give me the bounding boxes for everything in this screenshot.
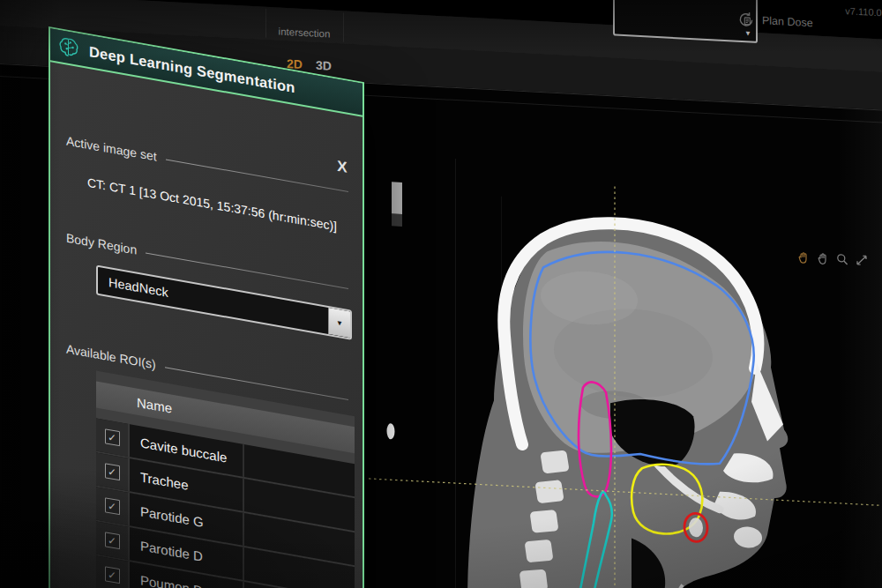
roi-checkbox[interactable]: ✓ (105, 463, 120, 480)
dropdown-arrow-icon: ▼ (336, 318, 343, 327)
deep-learning-segmentation-dialog: Deep Learning Segmentation X Active imag… (49, 26, 364, 588)
dialog-body: X Active image set CT: CT 1 [13 Oct 2015… (50, 62, 363, 588)
roi-name-column-header: Name (137, 394, 172, 415)
ct-marker-dot (387, 423, 395, 439)
roi-checkbox[interactable]: ✓ (105, 566, 120, 584)
zoom-magnifier-icon[interactable] (835, 252, 849, 267)
ct-sagittal-image (369, 154, 882, 588)
plan-dose-icon (737, 11, 755, 29)
dropdown-arrow-button[interactable]: ▼ (328, 308, 350, 338)
body-region-value: HeadNeck (108, 275, 168, 300)
toolbar-button-intersection[interactable]: intersection (266, 7, 342, 43)
tab-3d[interactable]: 3D (316, 58, 332, 73)
roi-checkbox[interactable]: ✓ (105, 497, 120, 515)
roi-checkbox-cell: ✓ (96, 522, 130, 561)
combobox-arrow-icon: ▼ (744, 29, 751, 37)
roi-checkbox[interactable]: ✓ (105, 428, 120, 446)
plan-dose-label: Plan Dose (762, 14, 813, 29)
checkmark-icon: ✓ (108, 569, 116, 581)
roi-checkbox-cell: ✓ (96, 488, 130, 526)
roi-checkbox-cell: ✓ (96, 556, 130, 588)
roi-checkbox-cell: ✓ (96, 419, 130, 458)
section-divider (166, 159, 348, 192)
roi-checkbox-cell: ✓ (96, 453, 130, 492)
toolbar-separator (343, 12, 344, 41)
ct-artifact-rect (392, 182, 402, 214)
checkmark-icon: ✓ (108, 465, 116, 478)
active-image-set-label: Active image set (66, 134, 157, 164)
brain-icon (57, 35, 80, 61)
windowing-hand-icon[interactable] (796, 249, 811, 264)
pan-hand-icon[interactable] (816, 250, 830, 265)
available-rois-label: Available ROI(s) (66, 342, 156, 372)
roi-checkbox[interactable]: ✓ (105, 532, 120, 549)
toolbar-combobox[interactable]: ▼ (613, 0, 758, 43)
body-region-label: Body Region (66, 231, 137, 257)
roi-table: Name ✓ Cavite buccale ✓ Trache (96, 371, 355, 588)
checkmark-icon: ✓ (108, 431, 116, 443)
screen: EXTRAS intersection ▼ Plan Dose v7.110.0… (0, 0, 882, 588)
checkmark-icon: ✓ (108, 500, 116, 512)
checkmark-icon: ✓ (108, 534, 116, 547)
fit-expand-icon[interactable] (855, 253, 869, 268)
close-button[interactable]: X (333, 156, 352, 179)
